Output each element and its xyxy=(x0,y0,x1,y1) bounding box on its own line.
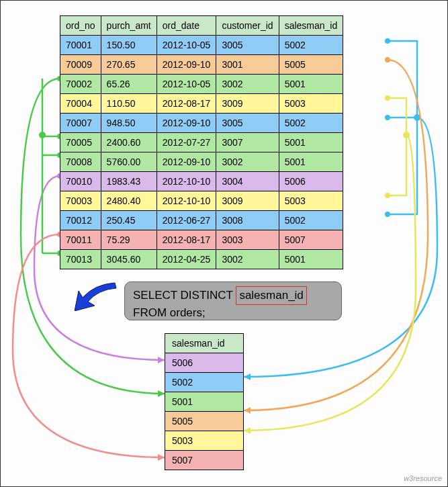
table-cell: 5001 xyxy=(279,75,343,94)
table-row: 5007 xyxy=(165,451,244,470)
table-cell: 110.50 xyxy=(101,94,156,114)
result-table: salesman_id 500650025001500550035007 xyxy=(165,333,244,470)
table-cell: 70004 xyxy=(60,94,101,114)
table-cell: 5003 xyxy=(165,431,244,451)
table-cell: 5002 xyxy=(279,36,343,55)
table-cell: 3004 xyxy=(216,172,279,191)
column-header: purch_amt xyxy=(101,16,156,36)
arrow-icon xyxy=(75,277,122,311)
table-cell: 2012-09-10 xyxy=(156,55,216,75)
table-cell: 5001 xyxy=(279,250,343,269)
table-row: 7000265.262012-10-0530025001 xyxy=(60,75,343,94)
table-cell: 2012-04-25 xyxy=(156,250,216,269)
table-row: 7001175.292012-08-1730035007 xyxy=(60,230,343,250)
table-cell: 70011 xyxy=(60,230,101,250)
orders-table: ord_nopurch_amtord_datecustomer_idsalesm… xyxy=(60,15,343,269)
table-cell: 70008 xyxy=(60,152,101,172)
table-cell: 150.50 xyxy=(101,36,156,55)
table-cell: 2012-07-27 xyxy=(156,133,216,152)
table-cell: 5002 xyxy=(279,211,343,230)
sql-select: SELECT DISTINCT xyxy=(133,289,233,302)
svg-marker-7 xyxy=(158,390,165,397)
table-cell: 5003 xyxy=(279,94,343,114)
svg-marker-16 xyxy=(244,407,251,414)
table-cell: 3008 xyxy=(216,211,279,230)
table-cell: 2400.60 xyxy=(101,133,156,152)
table-cell: 3005 xyxy=(216,36,279,55)
table-cell: 70003 xyxy=(60,191,101,211)
svg-marker-20 xyxy=(244,427,251,434)
table-cell: 5001 xyxy=(165,392,244,412)
table-row: 5001 xyxy=(165,392,244,412)
svg-point-19 xyxy=(403,132,410,138)
column-header: ord_no xyxy=(60,16,101,36)
table-cell: 70010 xyxy=(60,172,101,191)
table-row: 5005 xyxy=(165,412,244,431)
svg-marker-14 xyxy=(244,373,251,380)
table-row: 70001150.502012-10-0530055002 xyxy=(60,36,343,55)
svg-marker-1 xyxy=(158,357,165,363)
table-cell: 5003 xyxy=(279,191,343,211)
svg-point-6 xyxy=(39,132,46,138)
table-cell: 70005 xyxy=(60,133,101,152)
table-cell: 3002 xyxy=(216,152,279,172)
table-cell: 3009 xyxy=(216,191,279,211)
table-cell: 5002 xyxy=(165,373,244,392)
sql-column-highlight: salesman_id xyxy=(236,286,306,305)
svg-point-10 xyxy=(385,38,390,44)
table-row: 5003 xyxy=(165,431,244,451)
table-cell: 2012-08-17 xyxy=(156,230,216,250)
table-cell: 70007 xyxy=(60,114,101,133)
table-cell: 70002 xyxy=(60,75,101,94)
table-cell: 3001 xyxy=(216,55,279,75)
table-cell: 2012-06-27 xyxy=(156,211,216,230)
table-cell: 948.50 xyxy=(101,114,156,133)
table-cell: 5005 xyxy=(279,55,343,75)
result-header: salesman_id xyxy=(165,334,244,353)
table-row: 700032480.402012-10-1030095003 xyxy=(60,191,343,211)
table-cell: 3002 xyxy=(216,75,279,94)
column-header: salesman_id xyxy=(279,16,343,36)
footer-credit: w3resource xyxy=(404,474,442,482)
table-row: 700101983.432012-10-1030045006 xyxy=(60,172,343,191)
table-row: 70007948.502012-09-1030055002 xyxy=(60,114,343,133)
table-cell: 5001 xyxy=(279,152,343,172)
table-row: 700133045.602012-04-2530025001 xyxy=(60,250,343,269)
svg-point-11 xyxy=(385,115,390,120)
svg-point-12 xyxy=(385,212,390,217)
column-header: ord_date xyxy=(156,16,216,36)
table-cell: 2012-08-17 xyxy=(156,94,216,114)
sql-from: FROM orders; xyxy=(133,306,206,319)
table-cell: 2012-10-05 xyxy=(156,75,216,94)
table-row: 70012250.452012-06-2730085002 xyxy=(60,211,343,230)
table-cell: 70009 xyxy=(60,55,101,75)
svg-point-17 xyxy=(385,95,390,101)
table-cell: 5006 xyxy=(165,353,244,373)
table-cell: 5760.00 xyxy=(101,152,156,172)
table-cell: 2480.40 xyxy=(101,191,156,211)
svg-point-18 xyxy=(385,193,390,198)
table-cell: 2012-09-10 xyxy=(156,152,216,172)
table-cell: 2012-10-05 xyxy=(156,36,216,55)
table-cell: 65.26 xyxy=(101,75,156,94)
table-cell: 3007 xyxy=(216,133,279,152)
table-cell: 3005 xyxy=(216,114,279,133)
table-cell: 3009 xyxy=(216,94,279,114)
table-row: 5002 xyxy=(165,373,244,392)
table-row: 700085760.002012-09-1030025001 xyxy=(60,152,343,172)
table-cell: 3045.60 xyxy=(101,250,156,269)
table-cell: 270.65 xyxy=(101,55,156,75)
table-cell: 5006 xyxy=(279,172,343,191)
table-cell: 70001 xyxy=(60,36,101,55)
table-cell: 5005 xyxy=(165,412,244,431)
table-cell: 70012 xyxy=(60,211,101,230)
table-row: 70004110.502012-08-1730095003 xyxy=(60,94,343,114)
table-cell: 5001 xyxy=(279,133,343,152)
sql-statement-box: SELECT DISTINCT salesman_id FROM orders; xyxy=(124,281,342,320)
table-cell: 2012-10-10 xyxy=(156,172,216,191)
table-cell: 5002 xyxy=(279,114,343,133)
table-cell: 70013 xyxy=(60,250,101,269)
table-cell: 3002 xyxy=(216,250,279,269)
table-cell: 2012-09-10 xyxy=(156,114,216,133)
table-cell: 5007 xyxy=(165,451,244,470)
